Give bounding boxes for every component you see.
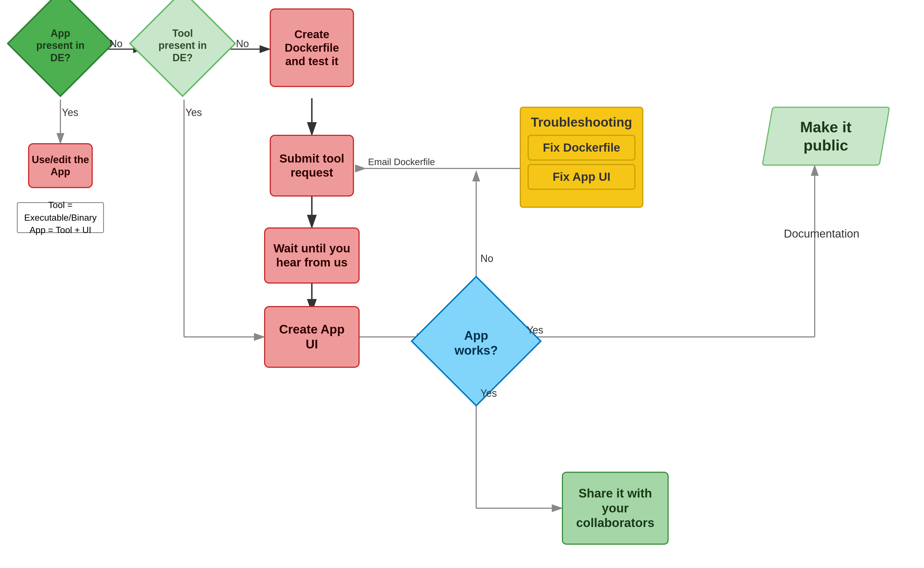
no1-label: No bbox=[110, 38, 122, 50]
wait-hear-label: Wait until you hear from us bbox=[273, 242, 350, 270]
submit-tool-label: Submit tool request bbox=[280, 152, 345, 180]
use-edit-app-label: Use/edit the App bbox=[32, 154, 89, 178]
create-dockerfile-label: Create Dockerfile and test it bbox=[284, 27, 339, 68]
note-box: Tool = Executable/Binary App = Tool + UI bbox=[17, 202, 104, 233]
app-works-diamond: App works? bbox=[411, 276, 542, 407]
yes3-label: Yes bbox=[527, 324, 543, 336]
note-line1: Tool = Executable/Binary bbox=[22, 199, 98, 224]
troubleshooting-container: Troubleshooting Fix Dockerfile Fix App U… bbox=[520, 107, 643, 208]
make-public-label: Make itpublic bbox=[800, 118, 851, 154]
submit-tool-box: Submit tool request bbox=[270, 135, 354, 196]
create-app-ui-label: Create App UI bbox=[279, 322, 345, 352]
arrows-svg bbox=[0, 0, 924, 568]
flowchart: App present in DE? Tool present in DE? C… bbox=[0, 0, 924, 568]
share-collaborators-box: Share it with your collaborators bbox=[562, 472, 668, 545]
no2-label: No bbox=[236, 38, 249, 50]
create-app-ui-box: Create App UI bbox=[264, 306, 360, 368]
tool-present-label: Tool present in DE? bbox=[159, 27, 207, 64]
use-edit-app-box: Use/edit the App bbox=[28, 143, 93, 188]
yes1-label: Yes bbox=[62, 107, 79, 118]
create-dockerfile-box: Create Dockerfile and test it bbox=[270, 8, 354, 87]
app-works-label: App works? bbox=[455, 328, 498, 358]
yes4-label: Yes bbox=[480, 387, 497, 399]
app-present-label: App present in DE? bbox=[36, 27, 85, 64]
troubleshooting-title: Troubleshooting bbox=[528, 115, 635, 130]
note-line2: App = Tool + UI bbox=[22, 224, 98, 236]
app-present-diamond: App present in DE? bbox=[7, 0, 114, 97]
wait-hear-box: Wait until you hear from us bbox=[264, 227, 360, 284]
no3-label: No bbox=[480, 253, 493, 264]
yes2-label: Yes bbox=[185, 107, 202, 118]
fix-app-ui-item: Fix App UI bbox=[528, 164, 635, 190]
email-dockerfile-label: Email Dockerfile bbox=[368, 157, 435, 167]
tool-present-diamond: Tool present in DE? bbox=[129, 0, 236, 97]
share-collaborators-label: Share it with your collaborators bbox=[576, 486, 655, 530]
fix-dockerfile-item: Fix Dockerfile bbox=[528, 135, 635, 161]
make-public-box: Make itpublic bbox=[762, 107, 890, 166]
documentation-label: Documentation bbox=[784, 227, 859, 240]
